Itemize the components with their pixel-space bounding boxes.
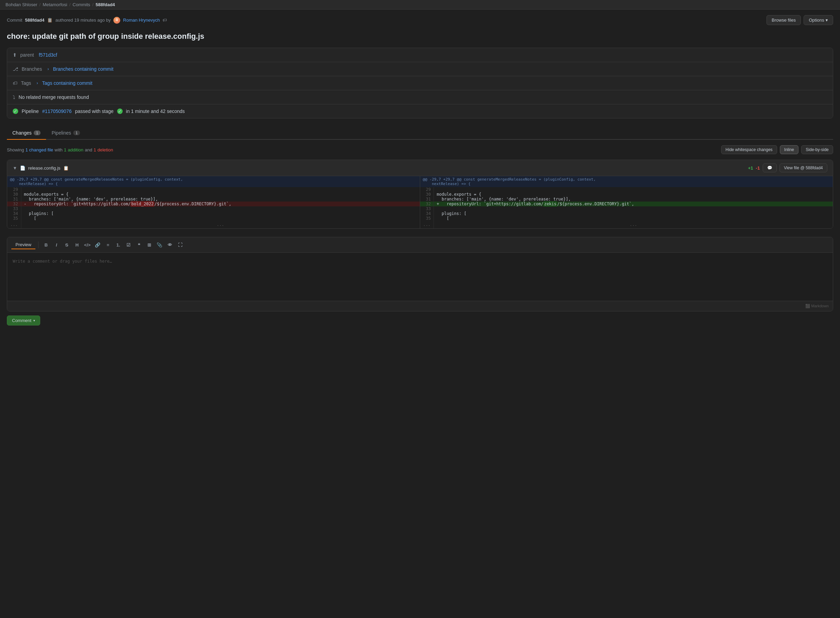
breadcrumb-user[interactable]: Bohdan Shloser [6,2,37,7]
tab-changes[interactable]: Changes 1 [7,127,46,140]
pipeline-link[interactable]: #1170509076 [42,108,72,114]
hide-whitespace-button[interactable]: Hide whitespace changes [721,145,777,154]
comment-input-area[interactable]: Write a comment or drag your files here… [7,253,833,301]
changes-summary: Showing 1 changed file with 1 addition a… [7,145,833,154]
comment-submit-area: Comment ▾ [7,311,833,330]
hunk-text-left: @@ -29,7 +29,7 @@ const generateMergedRe… [7,176,420,187]
parent-hash-link[interactable]: f571d3cf [39,52,57,58]
collapse-icon[interactable]: ▼ [13,165,17,171]
fullscreen-button[interactable]: ⛶ [175,240,185,250]
breadcrumb-current: 588fdad4 [95,2,115,7]
diff-right: @@ -29,7 +29,7 @@ const generateMergedRe… [420,176,833,228]
hunk-text-right: @@ -29,7 +29,7 @@ const generateMergedRe… [420,176,833,187]
toolbar-separator [38,241,39,248]
avatar: R [113,17,120,24]
breadcrumb-project[interactable]: Metamorfosi [43,2,67,7]
strikethrough-button[interactable]: S [62,240,71,250]
branches-link[interactable]: Branches containing commit [53,66,113,72]
numbered-list-button[interactable]: 1. [113,240,123,250]
changes-summary-left: Showing 1 changed file with 1 addition a… [7,147,113,152]
commit-header: Commit 588fdad4 📋 authored 19 minutes ag… [7,15,833,25]
copy-path-icon[interactable]: 📋 [63,165,69,171]
parent-label: parent [20,52,34,58]
changes-summary-right: Hide whitespace changes Inline Side-by-s… [721,145,833,154]
pipeline-status-text: passed with stage [75,108,113,114]
branches-card: ⎇ Branches › Branches containing commit [7,62,833,76]
diff-file-header: ▼ 📄 release.config.js 📋 +1 -1 💬 View fil… [7,160,833,176]
with-text: with [55,147,63,152]
comment-box: Preview B I S H </> 🔗 ≡ 1. ☑ ❝ ⊞ 📎 👁 ⛶ W… [7,237,833,311]
inline-button[interactable]: Inline [780,145,799,154]
diff-ellipsis-right: ... ... [420,221,833,228]
branches-chevron: › [48,67,49,71]
browse-files-button[interactable]: Browse files [767,15,801,25]
comment-write-tab[interactable]: Preview [11,241,36,249]
link-button[interactable]: 🔗 [93,240,103,250]
tab-changes-badge: 1 [34,131,40,135]
tab-pipelines-label: Pipelines [52,130,71,136]
table-button[interactable]: ⊞ [144,240,154,250]
diff-line-left-35: 35 [ [7,216,420,221]
diff-line-right-32: 32 + repositoryUrl: `git+https://gitlab.… [420,202,833,206]
diff-line-left-29: 29 [7,187,420,192]
breadcrumb-sep2: / [69,2,71,7]
author-link[interactable]: Roman Hrynevych [123,18,160,23]
info-cards: ⬆ parent f571d3cf ⎇ Branches › Branches … [7,48,833,119]
block-quote-button[interactable]: ❝ [134,240,144,250]
tags-link[interactable]: Tags containing commit [42,80,92,86]
mr-icon: ⤵ [13,94,15,100]
diff-line-left-33: 33 [7,206,420,211]
attach-button[interactable]: 📎 [155,240,164,250]
comment-submit-button[interactable]: Comment ▾ [7,315,40,325]
deletions-count: 1 [94,147,96,152]
view-file-button[interactable]: View file @ 588fdad4 [779,163,827,172]
italic-button[interactable]: I [52,240,61,250]
parent-card: ⬆ parent f571d3cf [7,48,833,62]
tabs: Changes 1 Pipelines 1 [7,127,833,140]
preview-icon-button[interactable]: 👁 [165,240,174,250]
diff-line-right-30: 30 module.exports = { [420,192,833,197]
comment-submit-chevron: ▾ [33,319,35,322]
comment-toolbar: Preview B I S H </> 🔗 ≡ 1. ☑ ❝ ⊞ 📎 👁 ⛶ [7,237,833,253]
code-inline-button[interactable]: </> [82,240,92,250]
commit-hash: 588fdad4 [25,18,44,23]
bullet-list-button[interactable]: ≡ [103,240,113,250]
diff-line-right-33: 33 [420,206,833,211]
tab-pipelines[interactable]: Pipelines 1 [46,127,86,140]
diff-stat-del: -1 [756,165,760,171]
side-by-side-button[interactable]: Side-by-side [801,145,833,154]
diff-ellipsis-left: ... ... [7,221,420,228]
breadcrumb-commits[interactable]: Commits [73,2,90,7]
changed-count-link[interactable]: 1 changed file [25,147,53,152]
diff-line-left-34: 34 plugins: [ [7,211,420,216]
diff-line-right-29: 29 [420,187,833,192]
chevron-down-icon: ▾ [825,18,828,23]
bold-button[interactable]: B [41,240,51,250]
diff-hunk-right: @@ -29,7 +29,7 @@ const generateMergedRe… [420,176,833,187]
comment-toggle-button[interactable]: 💬 [763,163,777,172]
diff-line-right-31: 31 branches: ['main', {name: 'dev', prer… [420,197,833,202]
options-button[interactable]: Options ▾ [804,15,833,25]
tags-chevron: › [37,81,38,86]
diff-line-left-30: 30 module.exports = { [7,192,420,197]
diff-line-left-31: 31 branches: ['main', {name: 'dev', prer… [7,197,420,202]
breadcrumb-sep1: / [40,2,41,7]
diff-left: @@ -29,7 +29,7 @@ const generateMergedRe… [7,176,420,228]
showing-text: Showing [7,147,24,152]
diff-line-left-32: 32 - repositoryUrl: `git+https://gitlab.… [7,202,420,206]
pipeline-stage-icon: ✓ [117,108,123,114]
heading-button[interactable]: H [72,240,82,250]
task-list-button[interactable]: ☑ [124,240,133,250]
commit-title: chore: update git path of group inside r… [7,32,833,41]
copy-hash-icon[interactable]: 📋 [47,18,52,23]
diff-filename: release.config.js [28,165,61,171]
header-buttons: Browse files Options ▾ [767,15,833,25]
tags-icon: 🏷 [13,80,18,86]
diff-file-info: ▼ 📄 release.config.js 📋 [13,165,69,171]
no-mr-text: No related merge requests found [19,94,89,100]
diff-line-right-35: 35 [ [420,216,833,221]
breadcrumb-sep3: / [92,2,94,7]
diff-hunk-left: @@ -29,7 +29,7 @@ const generateMergedRe… [7,176,420,187]
markdown-icon: ⬛ Markdown [805,304,829,308]
pipeline-time: in 1 minute and 42 seconds [126,108,185,114]
